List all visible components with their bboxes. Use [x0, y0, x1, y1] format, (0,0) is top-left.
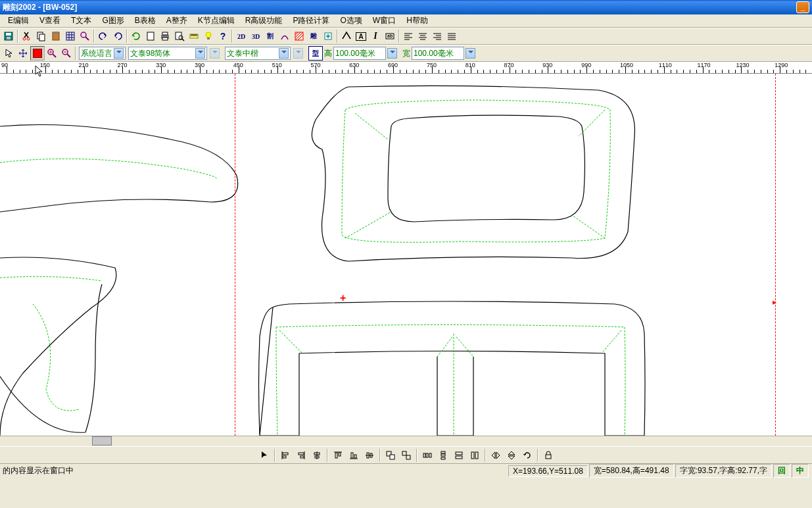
font1-secondary-arrow[interactable]	[210, 48, 220, 59]
textbox-icon[interactable]: ab	[383, 29, 397, 43]
align-right-icon[interactable]	[430, 29, 444, 43]
ungroup-icon[interactable]	[399, 448, 414, 463]
undo-icon[interactable]	[96, 29, 110, 43]
paste-icon[interactable]	[49, 29, 63, 43]
menu-text[interactable]: T文本	[66, 14, 97, 28]
cut-icon[interactable]	[20, 29, 34, 43]
status-dims: 宽=580.84,高=491.48	[589, 464, 674, 478]
status-btn-2[interactable]: 中	[792, 464, 809, 478]
horizontal-scrollbar[interactable]	[0, 436, 812, 446]
refresh-icon[interactable]	[129, 29, 143, 43]
svg-point-3	[23, 38, 26, 40]
copy-icon[interactable]	[34, 29, 49, 43]
align-left-obj-icon[interactable]	[278, 448, 293, 463]
hatch-icon[interactable]	[292, 29, 306, 43]
svg-rect-89	[441, 457, 445, 459]
menu-view[interactable]: V查看	[34, 14, 66, 28]
menu-help[interactable]: H帮助	[401, 14, 433, 28]
status-btn-1[interactable]: 回	[773, 464, 790, 478]
dist-v-icon[interactable]	[436, 448, 450, 463]
rotate-icon[interactable]	[520, 448, 535, 463]
group-icon[interactable]	[383, 448, 398, 463]
mouse-cursor-icon	[34, 64, 45, 80]
vertical-guide-2[interactable]	[775, 74, 776, 436]
flip-h-icon[interactable]	[489, 448, 503, 463]
font-combo-2[interactable]: 文泰中楷	[225, 47, 291, 60]
italic-icon[interactable]: I	[368, 29, 383, 43]
align-right-obj-icon[interactable]	[294, 448, 308, 463]
height-dropdown[interactable]	[387, 48, 397, 59]
menu-bar: E编辑 V查看 T文本 G图形 B表格 A整齐 K节点编辑 R高级功能 P路径计…	[0, 14, 812, 28]
zoom-out-icon[interactable]	[59, 46, 74, 61]
same-height-icon[interactable]	[467, 448, 482, 463]
align-bottom-icon[interactable]	[346, 448, 361, 463]
dist-h-icon[interactable]	[420, 448, 435, 463]
svg-rect-75	[351, 453, 353, 458]
svg-line-32	[295, 32, 298, 35]
fill-red-button[interactable]	[30, 46, 45, 61]
align-vcenter-icon[interactable]	[362, 448, 377, 463]
menu-table[interactable]: B表格	[130, 14, 161, 28]
zoom-in-icon[interactable]	[45, 46, 59, 61]
svg-rect-67	[300, 456, 304, 458]
path-icon[interactable]	[277, 29, 292, 43]
menu-align[interactable]: A整齐	[161, 14, 193, 28]
main-toolbar: ? 2D 3D 割 雕 A I ab	[0, 28, 812, 45]
cursor-icon[interactable]	[1, 46, 16, 61]
cut-mode-button[interactable]: 割	[263, 29, 277, 43]
same-width-icon[interactable]	[452, 448, 466, 463]
width-dropdown[interactable]	[466, 48, 475, 59]
font-combo-1[interactable]: 文泰98简体	[128, 47, 207, 60]
3d-button[interactable]: 3D	[249, 29, 263, 43]
width-input[interactable]	[412, 47, 464, 60]
align-left-icon[interactable]	[401, 29, 416, 43]
language-combo[interactable]: 系统语言	[79, 47, 126, 60]
export-icon[interactable]	[321, 29, 335, 43]
menu-edit[interactable]: E编辑	[3, 14, 34, 28]
print-icon[interactable]	[158, 29, 172, 43]
svg-rect-88	[441, 454, 445, 456]
move-icon[interactable]	[16, 46, 30, 61]
lightbulb-icon[interactable]	[201, 29, 216, 43]
align-justify-icon[interactable]	[444, 29, 459, 43]
page-icon[interactable]	[143, 29, 158, 43]
menu-node[interactable]: K节点编辑	[193, 14, 240, 28]
cursor-crosshair: +	[340, 292, 346, 304]
svg-line-56	[53, 54, 56, 57]
menu-advanced[interactable]: R高级功能	[240, 14, 288, 28]
align-hcenter-icon[interactable]	[310, 448, 324, 463]
vertical-guide-1[interactable]	[235, 74, 235, 436]
svg-rect-84	[423, 453, 425, 457]
align-center-icon[interactable]	[416, 29, 430, 43]
menu-graphics[interactable]: G图形	[97, 14, 129, 28]
arrow-tool-icon[interactable]	[257, 448, 272, 463]
align-top-icon[interactable]	[331, 448, 345, 463]
grid-icon[interactable]	[63, 29, 78, 43]
preview-icon[interactable]	[172, 29, 187, 43]
minimize-button[interactable]: _	[796, 1, 809, 13]
menu-window[interactable]: W窗口	[368, 14, 401, 28]
menu-options[interactable]: O选项	[335, 14, 367, 28]
flip-v-icon[interactable]	[504, 448, 519, 463]
height-input[interactable]	[333, 47, 386, 60]
drawing-canvas[interactable]: + ▸	[0, 74, 812, 436]
svg-rect-30	[207, 38, 210, 39]
measure-icon[interactable]	[339, 29, 354, 43]
search-icon[interactable]	[78, 29, 92, 43]
menu-path[interactable]: P路径计算	[287, 14, 335, 28]
save-icon[interactable]	[1, 29, 16, 43]
2d-button[interactable]: 2D	[234, 29, 249, 43]
text-a-icon[interactable]: A	[354, 29, 368, 43]
font2-secondary-arrow[interactable]	[293, 48, 303, 59]
height-label: 高	[324, 48, 332, 59]
engrave-button[interactable]: 雕	[306, 29, 321, 43]
svg-rect-90	[456, 452, 462, 455]
svg-rect-85	[426, 453, 428, 457]
type-button[interactable]: 型	[308, 46, 323, 61]
help-icon[interactable]: ?	[216, 29, 230, 43]
ruler-icon[interactable]	[187, 29, 201, 43]
redo-icon[interactable]	[110, 29, 125, 43]
lock-icon[interactable]	[541, 448, 556, 463]
scroll-thumb[interactable]	[92, 436, 112, 445]
svg-rect-1	[6, 33, 11, 36]
